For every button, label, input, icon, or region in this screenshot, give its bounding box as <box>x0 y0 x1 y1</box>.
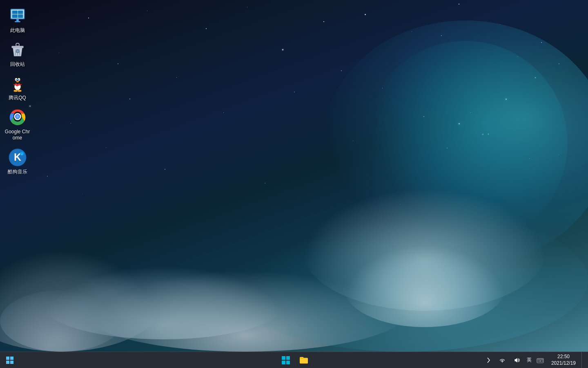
taskbar: 英 22:50 2021/12/19 <box>0 352 588 368</box>
svg-rect-5 <box>18 14 22 18</box>
start-button[interactable] <box>0 352 20 368</box>
cloud-white-right <box>343 245 506 327</box>
svg-rect-50 <box>542 360 543 361</box>
taskbar-file-explorer-icon[interactable] <box>296 352 312 368</box>
svg-rect-39 <box>282 356 285 360</box>
svg-point-29 <box>16 115 19 118</box>
svg-point-22 <box>16 81 19 82</box>
svg-rect-42 <box>286 361 290 364</box>
tray-clock[interactable]: 22:50 2021/12/19 <box>547 352 580 368</box>
tray-network-icon[interactable] <box>496 352 509 368</box>
svg-point-15 <box>13 76 21 84</box>
svg-point-24 <box>18 90 22 92</box>
svg-rect-45 <box>539 359 540 360</box>
desktop-icon-computer[interactable]: 此电脑 <box>2 4 33 36</box>
desktop-icon-recycle[interactable]: ♻ 回收站 <box>2 38 33 70</box>
svg-rect-4 <box>12 14 17 18</box>
svg-rect-41 <box>282 361 285 364</box>
svg-point-20 <box>16 79 16 79</box>
kuwo-icon-label: 酷狗音乐 <box>8 169 27 175</box>
svg-rect-3 <box>18 11 22 14</box>
svg-rect-35 <box>6 357 9 360</box>
chrome-icon-label: Google Chrome <box>4 129 31 141</box>
svg-rect-47 <box>542 359 543 360</box>
svg-rect-2 <box>12 11 17 14</box>
tray-chevron-button[interactable] <box>483 352 494 368</box>
taskbar-windows-icon[interactable] <box>276 352 296 368</box>
svg-rect-36 <box>10 357 13 360</box>
svg-rect-40 <box>286 356 290 360</box>
tray-speaker-icon[interactable] <box>510 352 523 368</box>
kuwo-icon-image: K ♪ <box>8 148 27 167</box>
svg-rect-7 <box>15 21 20 22</box>
svg-rect-37 <box>6 361 9 364</box>
tray-date: 2021/12/19 <box>551 360 576 367</box>
desktop-icon-kuwo[interactable]: K ♪ 酷狗音乐 <box>2 146 33 177</box>
tray-time: 22:50 <box>557 354 570 360</box>
svg-rect-44 <box>538 359 539 360</box>
computer-icon-image <box>8 6 27 26</box>
svg-text:♪: ♪ <box>21 152 22 156</box>
desktop-icon-qq[interactable]: 腾讯QQ <box>2 72 33 103</box>
qq-icon-label: 腾讯QQ <box>9 95 26 101</box>
recycle-icon-image: ♻ <box>8 40 27 60</box>
svg-point-23 <box>13 90 18 92</box>
desktop-icon-chrome[interactable]: Google Chrome <box>2 105 33 144</box>
taskbar-right: 英 22:50 2021/12/19 <box>483 352 588 368</box>
computer-icon-label: 此电脑 <box>10 27 25 34</box>
taskbar-left <box>0 352 20 368</box>
svg-rect-48 <box>538 360 539 361</box>
tray-ime-indicator[interactable] <box>535 352 546 368</box>
svg-text:♻: ♻ <box>15 48 20 54</box>
desktop-icons: 此电脑 ♻ 回收站 <box>0 0 35 184</box>
recycle-icon-label: 回收站 <box>10 61 25 68</box>
svg-rect-46 <box>541 359 541 360</box>
svg-point-21 <box>18 79 19 79</box>
svg-rect-38 <box>10 361 13 364</box>
svg-rect-49 <box>539 360 541 361</box>
svg-rect-26 <box>16 84 18 86</box>
taskbar-center <box>276 352 312 368</box>
show-desktop-button[interactable] <box>581 352 585 368</box>
tray-language-indicator[interactable]: 英 <box>525 352 533 368</box>
cloud-small-left <box>0 290 122 352</box>
desktop: 此电脑 ♻ 回收站 <box>0 0 588 352</box>
chrome-icon-image <box>8 108 27 127</box>
qq-icon-image <box>8 74 27 93</box>
